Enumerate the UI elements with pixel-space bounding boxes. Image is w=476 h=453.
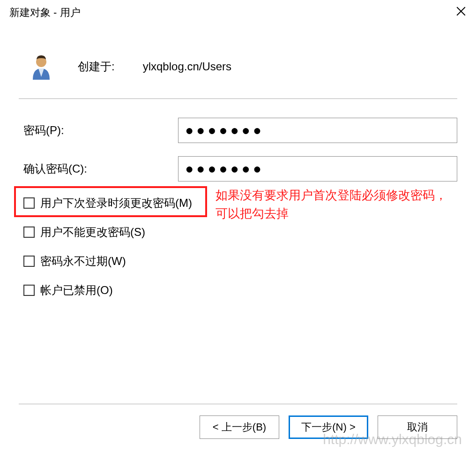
user-icon	[28, 53, 54, 80]
password-never-expires-checkbox[interactable]	[23, 256, 35, 267]
header-row: 创建于: ylxqblog.cn/Users	[19, 44, 457, 94]
password-row: 密码(P):	[19, 118, 457, 143]
account-disabled-checkbox[interactable]	[23, 285, 35, 296]
confirm-password-label: 确认密码(C):	[19, 161, 178, 176]
dialog-content: 创建于: ylxqblog.cn/Users 密码(P): 确认密码(C): 如…	[0, 25, 476, 298]
cannot-change-password-label[interactable]: 用户不能更改密码(S)	[40, 225, 145, 240]
checkbox-row-cannot-change: 用户不能更改密码(S)	[19, 225, 457, 240]
close-icon	[456, 7, 466, 16]
must-change-password-checkbox[interactable]	[23, 197, 35, 209]
password-label: 密码(P):	[19, 123, 178, 138]
button-row: < 上一步(B) 下一步(N) > 取消	[19, 415, 457, 439]
back-button[interactable]: < 上一步(B)	[200, 415, 279, 439]
password-input[interactable]	[178, 118, 457, 143]
header-divider	[19, 98, 457, 99]
dialog-footer: < 上一步(B) 下一步(N) > 取消	[0, 394, 476, 453]
footer-divider	[19, 404, 457, 404]
close-button[interactable]	[447, 2, 475, 21]
password-never-expires-label[interactable]: 密码永不过期(W)	[40, 254, 126, 269]
account-disabled-label[interactable]: 帐户已禁用(O)	[40, 283, 113, 298]
must-change-password-label[interactable]: 用户下次登录时须更改密码(M)	[40, 196, 192, 211]
created-in-path: ylxqblog.cn/Users	[143, 60, 231, 73]
created-in-label: 创建于:	[78, 59, 115, 74]
cannot-change-password-checkbox[interactable]	[23, 226, 35, 238]
checkbox-row-never-expires: 密码永不过期(W)	[19, 254, 457, 269]
titlebar: 新建对象 - 用户	[0, 0, 476, 25]
checkbox-row-disabled: 帐户已禁用(O)	[19, 283, 457, 298]
checkbox-section: 如果没有要求用户首次登陆必须修改密码，可以把勾去掉 用户下次登录时须更改密码(M…	[19, 196, 457, 298]
window-title: 新建对象 - 用户	[9, 6, 81, 20]
confirm-password-row: 确认密码(C):	[19, 156, 457, 181]
confirm-password-input[interactable]	[178, 156, 457, 181]
annotation-text: 如果没有要求用户首次登陆必须修改密码，可以把勾去掉	[216, 186, 457, 223]
next-button[interactable]: 下一步(N) >	[289, 415, 368, 439]
cancel-button[interactable]: 取消	[378, 415, 457, 439]
